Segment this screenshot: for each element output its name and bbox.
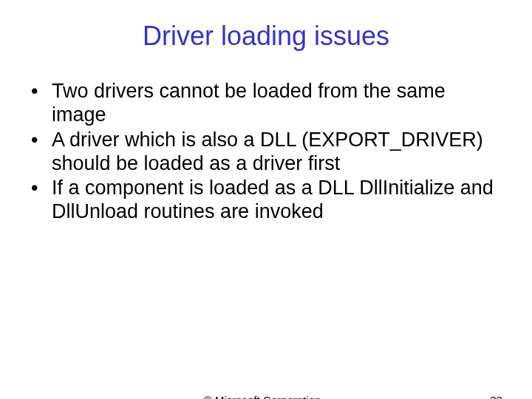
list-item: Two drivers cannot be loaded from the sa… [22, 80, 502, 127]
list-item: A driver which is also a DLL (EXPORT_DRI… [22, 129, 502, 176]
copyright-text: © Microsoft Corporation [22, 394, 502, 399]
slide-footer: © Microsoft Corporation 22 [0, 394, 532, 399]
page-number: 22 [490, 394, 502, 399]
slide: Driver loading issues Two drivers cannot… [0, 21, 532, 399]
slide-content: Two drivers cannot be loaded from the sa… [0, 80, 532, 224]
list-item: If a component is loaded as a DLL DllIni… [22, 177, 502, 224]
bullet-list: Two drivers cannot be loaded from the sa… [22, 80, 502, 224]
slide-title: Driver loading issues [0, 21, 532, 52]
